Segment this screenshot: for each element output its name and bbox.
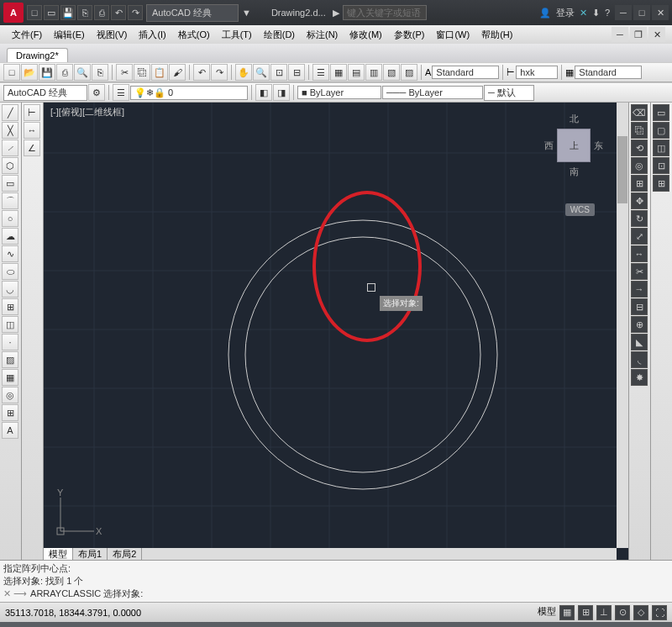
menu-tools[interactable]: 工具(T) [217, 29, 257, 41]
viewport-label[interactable]: [-][俯视][二维线框] [50, 106, 124, 119]
revcloud-icon[interactable]: ☁ [2, 228, 18, 245]
tablestyle-dropdown[interactable]: Standard [575, 66, 642, 79]
dim-icon[interactable]: ⊢ [24, 104, 40, 121]
block-icon[interactable]: ◫ [2, 316, 18, 333]
login-link[interactable]: 登录 [556, 7, 575, 19]
viewcube[interactable]: 北 西上东 南 [544, 111, 603, 180]
move-icon[interactable]: ✥ [631, 192, 648, 209]
osnap-icon[interactable]: ◇ [633, 605, 648, 620]
dimang-icon[interactable]: ∠ [24, 140, 40, 156]
textstyle-dropdown[interactable]: Standard [432, 66, 499, 79]
menu-edit[interactable]: 编辑(E) [49, 29, 90, 41]
minimize-button[interactable]: ─ [615, 5, 632, 20]
layerprev-icon[interactable]: ◨ [273, 84, 290, 101]
grid-icon[interactable]: ⊞ [578, 605, 593, 620]
preview-icon[interactable]: 🔍 [74, 64, 91, 81]
rotate-icon[interactable]: ↻ [631, 210, 648, 227]
join-icon[interactable]: ⊕ [631, 316, 648, 333]
undo-icon[interactable]: ↶ [111, 5, 126, 20]
workspace-dropdown[interactable]: AutoCAD 经典 [146, 4, 239, 22]
m2-icon[interactable]: ▢ [653, 122, 669, 139]
m1-icon[interactable]: ▭ [653, 104, 669, 121]
undo-icon[interactable]: ↶ [193, 64, 210, 81]
vertical-scrollbar[interactable] [617, 103, 628, 548]
polygon-icon[interactable]: ⬡ [2, 157, 18, 174]
point-icon[interactable]: · [2, 334, 18, 350]
array-icon[interactable]: ⊞ [631, 175, 648, 192]
zoomw-icon[interactable]: ⊡ [270, 64, 287, 81]
m5-icon[interactable]: ⊞ [653, 175, 669, 192]
redo-icon[interactable]: ↷ [211, 64, 228, 81]
new-icon[interactable]: □ [27, 5, 42, 20]
trim-icon[interactable]: ✂ [631, 263, 648, 280]
mdi-restore[interactable]: ❐ [630, 27, 647, 42]
workspace-dd[interactable]: AutoCAD 经典 [3, 85, 87, 101]
search-input[interactable] [343, 5, 427, 20]
save-icon[interactable]: 💾 [39, 64, 55, 81]
menu-file[interactable]: 文件(F) [7, 29, 47, 41]
explode-icon[interactable]: ✸ [631, 369, 648, 386]
dimstyle-dropdown[interactable]: hxk [516, 66, 558, 79]
m3-icon[interactable]: ◫ [653, 140, 669, 156]
mdi-minimize[interactable]: ─ [612, 27, 628, 42]
menu-view[interactable]: 视图(V) [92, 29, 133, 41]
layout1-tab[interactable]: 布局1 [73, 548, 108, 561]
coordinates[interactable]: 35113.7018, 18344.3791, 0.0000 [5, 608, 141, 618]
command-window[interactable]: 指定阵列中心点: 选择对象: 找到 1 个 ✕ ⟶ARRAYCLASSIC 选择… [0, 560, 672, 602]
linetype-dropdown[interactable]: ─── ByLayer [382, 86, 483, 99]
model-tab[interactable]: 模型 [44, 548, 73, 561]
close-button[interactable]: ✕ [652, 5, 669, 20]
dc-icon[interactable]: ▦ [330, 64, 347, 81]
new-icon[interactable]: □ [3, 64, 20, 81]
dimlin-icon[interactable]: ↔ [24, 122, 40, 139]
menu-insert[interactable]: 插入(I) [134, 29, 171, 41]
offset-icon[interactable]: ◎ [631, 157, 648, 174]
mdi-close[interactable]: ✕ [648, 27, 665, 42]
lineweight-dropdown[interactable]: ─ 默认 [484, 85, 534, 101]
color-dropdown[interactable]: ■ ByLayer [297, 86, 381, 99]
zoom-icon[interactable]: 🔍 [253, 64, 270, 81]
drawing-tab[interactable]: Drawing2* [7, 48, 68, 62]
exchange-icon[interactable]: ✕ [580, 8, 587, 18]
stretch-icon[interactable]: ↔ [631, 245, 648, 262]
menu-help[interactable]: 帮助(H) [476, 29, 517, 41]
wcs-badge[interactable]: WCS [565, 203, 595, 216]
xline-icon[interactable]: ╳ [2, 122, 18, 139]
rect-icon[interactable]: ▭ [2, 175, 18, 192]
save-icon[interactable]: 💾 [60, 5, 76, 20]
app-logo[interactable]: A [3, 3, 24, 23]
menu-format[interactable]: 格式(O) [173, 29, 215, 41]
ellipsearc-icon[interactable]: ◡ [2, 281, 18, 298]
cloud-icon[interactable]: ⬇ [592, 8, 600, 18]
region-icon[interactable]: ◎ [2, 387, 18, 403]
layeriso-icon[interactable]: ◧ [255, 84, 272, 101]
fullscreen-icon[interactable]: ⛶ [652, 605, 667, 620]
model-badge[interactable]: 模型 [538, 605, 556, 620]
gradient-icon[interactable]: ▦ [2, 369, 18, 386]
line-icon[interactable]: ╱ [2, 104, 18, 121]
chamfer-icon[interactable]: ◣ [631, 334, 648, 350]
calc-icon[interactable]: ▨ [401, 64, 417, 81]
print-icon[interactable]: ⎙ [56, 64, 73, 81]
horizontal-scrollbar[interactable]: 模型 布局1 布局2 [44, 548, 617, 560]
redo-icon[interactable]: ↷ [128, 5, 143, 20]
paste-icon[interactable]: 📋 [151, 64, 168, 81]
hatch-icon[interactable]: ▨ [2, 351, 18, 368]
user-icon[interactable]: 👤 [539, 8, 551, 18]
polar-icon[interactable]: ⊙ [615, 605, 630, 620]
copy2-icon[interactable]: ⿻ [631, 122, 648, 139]
menu-window[interactable]: 窗口(W) [431, 29, 475, 41]
spline-icon[interactable]: ∿ [2, 245, 18, 262]
layout2-tab[interactable]: 布局2 [108, 548, 142, 561]
insert-icon[interactable]: ⊞ [2, 298, 18, 315]
menu-draw[interactable]: 绘图(D) [259, 29, 300, 41]
extend-icon[interactable]: → [631, 281, 648, 298]
snap-icon[interactable]: ▦ [559, 605, 575, 620]
menu-parametric[interactable]: 参数(P) [389, 29, 430, 41]
arc-icon[interactable]: ⌒ [2, 192, 18, 209]
mirror-icon[interactable]: ⟲ [631, 140, 648, 156]
menu-dimension[interactable]: 标注(N) [302, 29, 343, 41]
open-icon[interactable]: 📂 [21, 64, 38, 81]
fillet-icon[interactable]: ◟ [631, 351, 648, 368]
table-icon[interactable]: ⊞ [2, 404, 18, 421]
